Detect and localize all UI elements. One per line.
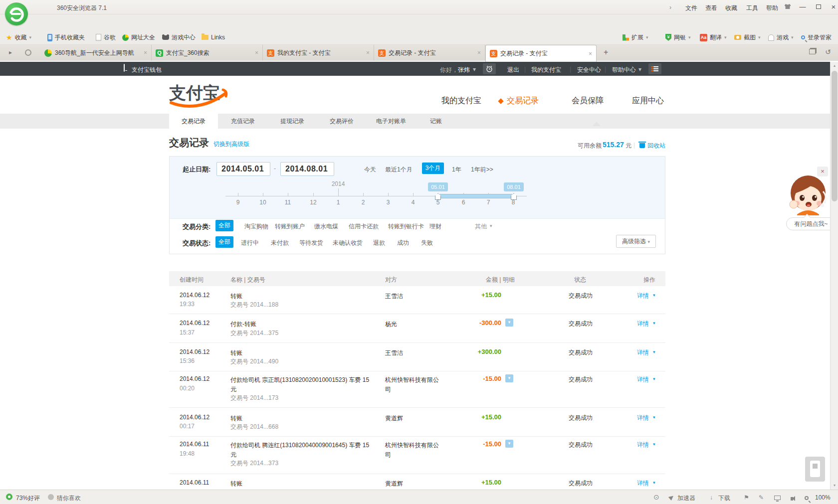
status-failed[interactable]: 失败 bbox=[421, 239, 433, 247]
status-in-progress[interactable]: 进行中 bbox=[241, 239, 259, 247]
assistant-mascot[interactable] bbox=[788, 174, 828, 215]
suggest-icon[interactable] bbox=[48, 494, 54, 502]
recycle-bin-link[interactable]: 回收站 bbox=[647, 142, 665, 150]
speaker-icon[interactable] bbox=[791, 495, 795, 502]
nav-my-alipay[interactable]: 我的支付宝 bbox=[441, 96, 481, 106]
row-detail-link[interactable]: 详情 bbox=[637, 320, 649, 328]
amount-detail-dropdown[interactable]: ▾ bbox=[505, 440, 513, 448]
tab-close-icon[interactable]: × bbox=[366, 49, 370, 56]
subtab-transactions[interactable]: 交易记录 bbox=[169, 114, 218, 129]
subtab-bookkeeping[interactable]: 记账 bbox=[416, 114, 456, 129]
bookmark-game-center[interactable]: 游戏中心 bbox=[162, 33, 196, 42]
login-manager-button[interactable]: 登录管家 bbox=[801, 33, 832, 42]
category-utilities[interactable]: 缴水电煤 bbox=[314, 222, 338, 231]
subtab-withdraw[interactable]: 提现记录 bbox=[268, 114, 317, 129]
menu-file[interactable]: 文件 bbox=[685, 4, 697, 12]
games-button[interactable]: 游戏 ▾ bbox=[768, 33, 794, 42]
security-center-link[interactable]: 安全中心 bbox=[577, 66, 601, 74]
detail-caret-icon[interactable]: ▾ bbox=[653, 321, 655, 326]
tab-my-alipay[interactable]: 支 我的支付宝 - 支付宝 × bbox=[263, 45, 374, 61]
row-detail-link[interactable]: 详情 bbox=[637, 375, 649, 384]
new-tab-button[interactable]: + bbox=[604, 48, 608, 57]
advanced-filter-button[interactable]: 高级筛选 ▾ bbox=[616, 235, 656, 248]
bookmark-google[interactable]: 谷歌 bbox=[96, 33, 116, 42]
bookmark-phone-folder[interactable]: 手机收藏夹 bbox=[47, 33, 85, 42]
slider-selected-range[interactable] bbox=[438, 194, 514, 198]
tab-close-icon[interactable]: × bbox=[144, 49, 147, 56]
menu-view[interactable]: 查看 bbox=[705, 4, 717, 12]
download-icon[interactable]: ↓ bbox=[710, 494, 713, 501]
row-detail-link[interactable]: 详情 bbox=[637, 292, 649, 300]
flag-icon[interactable]: ⚑ bbox=[744, 494, 749, 501]
tab-close-icon[interactable]: × bbox=[255, 49, 258, 56]
subtab-statement[interactable]: 电子对账单 bbox=[367, 114, 416, 129]
quick-before-1year[interactable]: 1年前>> bbox=[471, 166, 493, 174]
logout-link[interactable]: 退出 bbox=[507, 66, 519, 74]
maximize-button[interactable] bbox=[812, 2, 825, 12]
reopen-closed-tab-button[interactable]: ↺ bbox=[825, 48, 831, 56]
menu-favorites[interactable]: 收藏 bbox=[725, 4, 737, 12]
accelerator-icon[interactable]: ▶ bbox=[667, 493, 675, 502]
gauge-icon[interactable]: ⊙ bbox=[653, 493, 659, 501]
minimize-button[interactable]: — bbox=[796, 2, 809, 12]
menu-help[interactable]: 帮助 bbox=[766, 4, 778, 12]
category-taobao[interactable]: 淘宝购物 bbox=[244, 222, 268, 231]
wallet-link[interactable]: 支付宝钱包 bbox=[132, 66, 162, 74]
date-from-input[interactable]: 2014.05.01 bbox=[216, 162, 270, 176]
category-credit-card[interactable]: 信用卡还款 bbox=[349, 222, 379, 231]
session-icon[interactable] bbox=[25, 49, 31, 56]
category-other[interactable]: 其他 bbox=[475, 222, 487, 231]
tab-transactions-1[interactable]: 支 交易记录 - 支付宝 × bbox=[374, 45, 485, 61]
detail-caret-icon[interactable]: ▾ bbox=[653, 376, 655, 381]
screenshot-button[interactable]: 截图 ▾ bbox=[734, 33, 761, 42]
tab-list-button[interactable]: ▸ bbox=[9, 49, 12, 56]
subtab-reviews[interactable]: 交易评价 bbox=[317, 114, 366, 129]
status-success[interactable]: 成功 bbox=[397, 239, 409, 247]
favorites-menu[interactable]: ★ 收藏 ▾ bbox=[6, 33, 31, 42]
detail-caret-icon[interactable]: ▾ bbox=[653, 293, 655, 298]
nav-app-center[interactable]: 应用中心 bbox=[632, 96, 664, 106]
extensions-button[interactable]: 扩展 ▾ bbox=[623, 33, 648, 42]
nav-member-protection[interactable]: 会员保障 bbox=[572, 96, 604, 106]
restore-windows-icon[interactable] bbox=[809, 49, 816, 54]
detail-caret-icon[interactable]: ▾ bbox=[653, 480, 655, 485]
status-unpaid[interactable]: 未付款 bbox=[271, 239, 289, 247]
help-center-link[interactable]: 帮助中心 bbox=[612, 66, 636, 74]
accelerator-label[interactable]: 加速器 bbox=[677, 494, 695, 503]
date-to-input[interactable]: 2014.08.01 bbox=[280, 162, 334, 176]
alipay-logo[interactable]: 支付宝 bbox=[169, 80, 234, 111]
rating-badge-icon[interactable] bbox=[6, 494, 12, 502]
suggest-label[interactable]: 猜你喜欢 bbox=[57, 494, 81, 503]
row-detail-link[interactable]: 详情 bbox=[637, 441, 649, 449]
tab-close-icon[interactable]: × bbox=[589, 50, 592, 57]
wallet-qr-widget[interactable] bbox=[805, 457, 825, 482]
row-detail-link[interactable]: 详情 bbox=[637, 348, 649, 357]
category-all-active[interactable]: 全部 bbox=[215, 220, 233, 231]
username-caret-icon[interactable]: ▾ bbox=[473, 66, 476, 73]
amount-detail-dropdown[interactable]: ▾ bbox=[505, 374, 513, 382]
menu-chevron-icon[interactable]: › bbox=[669, 4, 671, 11]
tab-alipay-search[interactable]: Q 支付宝_360搜索 × bbox=[152, 45, 263, 61]
category-transfer-bank[interactable]: 转账到银行卡 bbox=[388, 222, 424, 231]
category-transfer-account[interactable]: 转账到账户 bbox=[275, 222, 305, 231]
monitor-icon[interactable] bbox=[774, 495, 781, 502]
close-button[interactable]: × bbox=[827, 2, 838, 12]
row-detail-link[interactable]: 详情 bbox=[637, 479, 649, 488]
tab-360-nav[interactable]: 360导航_新一代安全上网导航 × bbox=[40, 45, 152, 61]
row-detail-link[interactable]: 详情 bbox=[637, 414, 649, 422]
assistant-tooltip[interactable]: 有问题点我~ bbox=[786, 217, 836, 230]
tab-transactions-active[interactable]: 支 交易记录 - 支付宝 × bbox=[485, 45, 597, 62]
zoom-level[interactable]: 100% bbox=[815, 494, 831, 501]
detail-caret-icon[interactable]: ▾ bbox=[653, 442, 655, 447]
translate-button[interactable]: Aa 翻译 ▾ bbox=[700, 33, 727, 42]
my-alipay-link[interactable]: 我的支付宝 bbox=[531, 66, 561, 74]
bookmark-links-folder[interactable]: Links bbox=[202, 33, 225, 42]
rating-label[interactable]: 73%好评 bbox=[16, 494, 40, 503]
tab-close-icon[interactable]: × bbox=[477, 49, 481, 56]
status-unconfirmed[interactable]: 未确认收货 bbox=[333, 239, 363, 247]
category-other-caret-icon[interactable]: ▾ bbox=[490, 223, 492, 228]
quick-1year[interactable]: 1年 bbox=[452, 166, 461, 174]
scrollbar-thumb[interactable] bbox=[832, 71, 838, 201]
quick-3months-active[interactable]: 3个月 bbox=[422, 163, 444, 174]
scroll-down-button[interactable]: ▾ bbox=[831, 482, 838, 490]
